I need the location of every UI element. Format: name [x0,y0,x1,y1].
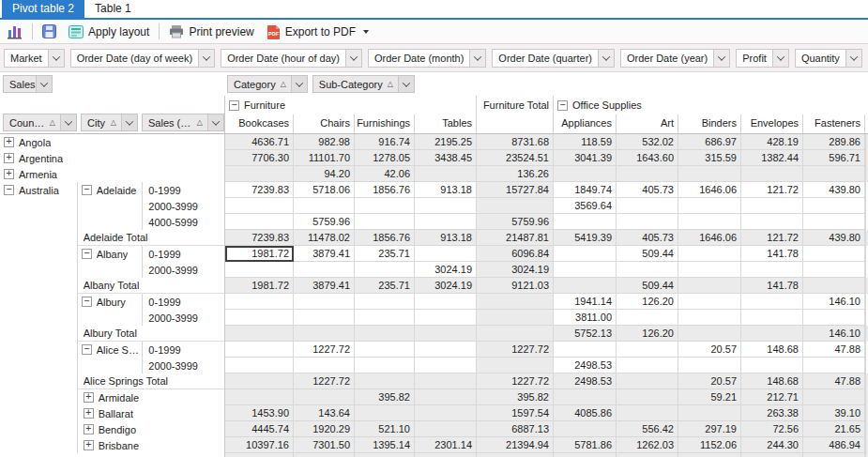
value-cell[interactable] [617,310,678,326]
value-cell[interactable]: 1981.72 [225,278,294,294]
value-cell[interactable] [225,358,294,373]
row-header-city-cell[interactable] [77,310,143,326]
value-cell[interactable] [225,166,294,182]
value-cell[interactable]: 405.73 [617,230,678,246]
row-header-total-cell[interactable]: Alice Springs Total [77,373,224,389]
column-header-chairs[interactable]: Chairs [294,114,355,133]
value-cell[interactable]: 20.57 [678,342,741,358]
value-cell[interactable]: 521.10 [355,421,415,437]
row-header-country-cell[interactable] [0,342,77,358]
value-cell[interactable] [355,310,415,326]
value-cell[interactable] [225,342,294,358]
value-cell[interactable]: 10397.16 [225,437,294,453]
value-cell[interactable]: 405.73 [617,182,678,198]
collapse-icon[interactable]: − [82,297,92,307]
filter-field-order-date-day-of-week[interactable]: Order Date (day of week) [70,49,216,68]
value-cell[interactable] [803,262,865,278]
value-cell[interactable] [617,166,678,182]
value-cell[interactable] [294,358,355,373]
row-field-city[interactable]: City△ [81,114,138,131]
row-header-total-cell[interactable]: Albany Total [77,278,224,294]
field-dropdown-button[interactable] [207,114,223,130]
value-cell[interactable] [225,373,294,389]
value-cell[interactable]: 94.20 [294,166,355,182]
row-header-country-cell[interactable]: +Armenia [0,166,77,182]
row-header-sales-range-cell[interactable]: 0-1999 [142,246,224,262]
value-cell[interactable] [355,294,415,310]
value-cell[interactable]: 244.30 [741,437,803,453]
value-cell[interactable] [225,214,294,230]
value-cell[interactable] [294,262,355,278]
value-cell[interactable] [225,326,294,342]
value-cell[interactable] [225,294,294,310]
row-header-country-cell[interactable] [0,278,77,294]
column-header-art[interactable]: Art [617,114,678,133]
value-cell[interactable] [678,278,741,294]
value-cell[interactable] [741,214,803,230]
filter-field-order-date-month[interactable]: Order Date (month) [368,49,486,68]
row-header-country-cell[interactable]: +Argentina [0,150,77,166]
value-cell[interactable] [678,214,741,230]
value-cell[interactable]: 3879.41 [294,246,355,262]
collapse-icon[interactable]: − [82,249,92,259]
field-dropdown-button[interactable] [48,50,64,67]
value-cell[interactable] [803,389,865,405]
value-cell[interactable]: 913.18 [415,182,477,198]
value-cell[interactable] [415,310,477,326]
value-cell[interactable]: 4636.71 [225,134,294,150]
value-cell[interactable]: 509.44 [617,278,678,294]
field-dropdown-button[interactable] [60,114,76,130]
tab-pivot-table-2[interactable]: Pivot table 2 [2,0,84,18]
value-cell[interactable]: 916.74 [355,134,415,150]
filter-field-quantity[interactable]: Quantity [795,49,862,68]
value-cell[interactable]: 21487.81 [477,230,554,246]
value-cell[interactable]: 1646.06 [678,182,741,198]
tab-table-1[interactable]: Table 1 [84,0,142,18]
row-header-total-cell[interactable]: Albury Total [77,326,224,342]
value-cell[interactable]: 39.10 [803,405,865,421]
column-group-furniture-total[interactable]: Furniture Total [477,96,554,114]
row-header-sales-range-cell[interactable]: 4000-5999 [142,214,224,230]
value-cell[interactable] [741,198,803,214]
field-dropdown-button[interactable] [291,76,307,92]
value-cell[interactable]: 486.94 [803,437,865,453]
value-cell[interactable]: 1278.05 [355,150,415,166]
value-cell[interactable] [477,294,554,310]
value-cell[interactable] [554,389,617,405]
value-cell[interactable]: 1227.72 [294,373,355,389]
value-cell[interactable] [415,358,477,373]
value-cell[interactable]: 982.98 [294,134,355,150]
value-cell[interactable] [617,198,678,214]
filter-field-order-date-quarter[interactable]: Order Date (quarter) [492,49,615,68]
value-cell[interactable] [617,342,678,358]
row-header-sales-range-cell[interactable]: 2000-3999 [142,310,224,326]
value-cell[interactable] [355,326,415,342]
value-cell[interactable]: 3438.45 [415,150,477,166]
field-dropdown-button[interactable] [345,50,361,67]
row-header-city-cell[interactable]: +Brisbane [77,437,224,453]
expand-icon[interactable]: + [4,137,14,147]
value-cell[interactable]: 6096.84 [477,246,554,262]
value-cell[interactable] [294,389,355,405]
export-pdf-button[interactable]: PDF Export to PDF [264,23,372,40]
row-header-sales-range-cell[interactable]: 0-1999 [142,294,224,310]
value-cell[interactable] [678,198,741,214]
value-cell[interactable]: 2301.14 [415,437,477,453]
value-cell[interactable] [741,310,803,326]
value-cell[interactable]: 6887.13 [477,421,554,437]
value-cell[interactable]: 913.18 [415,230,477,246]
value-cell[interactable] [294,310,355,326]
column-group-office-supplies[interactable]: −Office Supplies [554,96,868,114]
value-cell[interactable]: 532.02 [617,134,678,150]
value-cell[interactable]: 47.88 [803,373,865,389]
expand-icon[interactable]: + [4,169,14,179]
row-header-country-cell[interactable] [0,326,77,342]
field-dropdown-button[interactable] [713,50,729,67]
value-cell[interactable]: 21.65 [803,421,865,437]
row-header-city-cell[interactable]: −Adelaide [77,182,143,198]
value-cell[interactable] [477,310,554,326]
row-header-sales-range-cell[interactable]: 0-1999 [142,342,224,358]
value-cell[interactable] [415,214,477,230]
value-cell[interactable]: 148.68 [741,342,803,358]
collapse-icon[interactable]: − [557,100,568,111]
